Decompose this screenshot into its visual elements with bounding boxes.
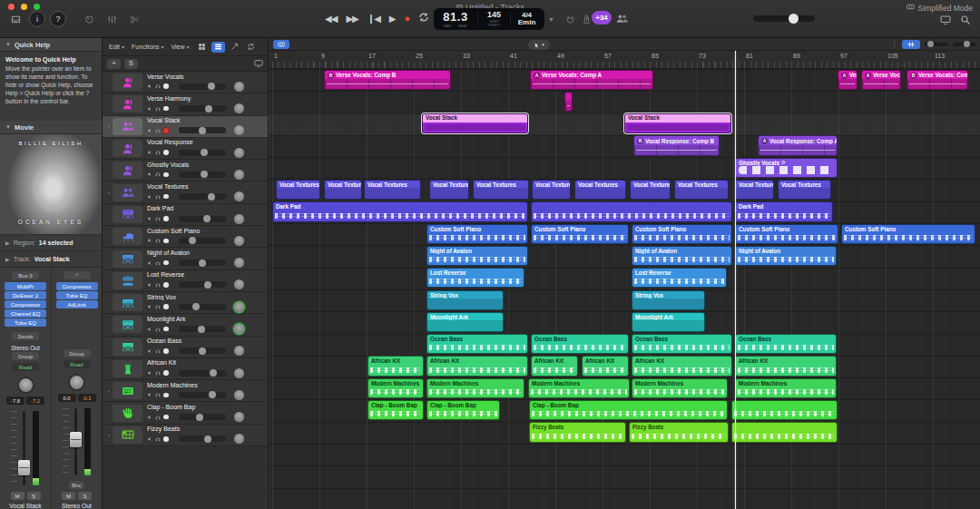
volume-knob[interactable] <box>189 237 196 244</box>
record-enable-dot[interactable] <box>163 304 169 309</box>
rewind-button[interactable]: ◀◀ <box>325 14 337 24</box>
region-verse-harmony[interactable] <box>564 92 573 112</box>
solo-headphones-icon[interactable] <box>155 150 161 155</box>
automation-mode-button[interactable]: Read <box>64 360 91 368</box>
pan-knob[interactable] <box>234 258 244 268</box>
plugin-slot-compressor[interactable]: Compressor <box>56 282 98 290</box>
mute-button[interactable]: M <box>11 492 24 500</box>
mute-icon[interactable] <box>147 282 152 288</box>
region-clap-boom-bap[interactable] <box>731 400 838 420</box>
region-ocean-bass[interactable]: Ocean Bass <box>632 334 732 354</box>
flex-icon[interactable] <box>244 42 258 53</box>
mute-icon[interactable] <box>147 216 152 221</box>
mute-icon[interactable] <box>147 128 152 133</box>
solo-headphones-icon[interactable] <box>155 392 161 397</box>
region-moonlight-ark[interactable]: Moonlight Ark <box>632 312 705 332</box>
pan-knob[interactable] <box>234 279 244 289</box>
region-vocal-textures[interactable]: Vocal Textures <box>324 180 362 200</box>
region-night-of-avalon[interactable]: Night of Avalon <box>426 246 528 266</box>
track-volume-slider[interactable] <box>179 105 226 112</box>
playhead[interactable] <box>735 51 736 509</box>
library-icon[interactable] <box>6 12 24 26</box>
region-vocal-textures[interactable]: Vocal Textures <box>574 180 626 200</box>
smart-controls-icon[interactable] <box>80 12 98 26</box>
solo-headphones-icon[interactable] <box>155 415 161 420</box>
volume-knob[interactable] <box>199 127 206 134</box>
mixer-icon[interactable] <box>103 12 121 26</box>
track-volume-slider[interactable] <box>179 281 226 288</box>
pan-knob[interactable] <box>234 214 244 224</box>
mute-icon[interactable] <box>147 238 152 243</box>
region-modern-machines[interactable]: Modern Machines <box>632 378 728 398</box>
region-verse-vocals[interactable]: AVerse <box>838 70 858 90</box>
mute-icon[interactable] <box>147 260 152 266</box>
record-enable-dot[interactable] <box>163 260 169 266</box>
region-string-vox[interactable]: String Vox <box>632 290 705 310</box>
pan-knob[interactable] <box>68 374 85 391</box>
go-to-beginning-button[interactable]: ❙◀ <box>368 14 380 24</box>
region-custom-soft-piano[interactable]: Custom Soft Piano <box>632 224 732 244</box>
region-custom-soft-piano[interactable]: Custom Soft Piano <box>426 224 528 244</box>
pan-knob[interactable] <box>234 236 244 246</box>
region-night-of-avalon[interactable]: Night of Avalon <box>632 246 732 266</box>
list-view-icon[interactable] <box>211 42 225 53</box>
mute-icon[interactable] <box>147 106 152 112</box>
solo-headphones-icon[interactable] <box>155 238 161 243</box>
track-volume-slider[interactable] <box>179 392 226 398</box>
record-enable-dot[interactable] <box>163 415 169 420</box>
region-custom-soft-piano[interactable]: Custom Soft Piano <box>735 224 838 244</box>
region-modern-machines[interactable]: Modern Machines <box>735 378 837 398</box>
pan-knob[interactable] <box>234 390 244 400</box>
pan-knob[interactable] <box>17 377 34 394</box>
solo-headphones-icon[interactable] <box>155 260 161 266</box>
record-enable-dot[interactable] <box>163 172 169 178</box>
channel-fader[interactable] <box>62 405 93 479</box>
volume-knob[interactable] <box>210 369 217 377</box>
track-volume-slider[interactable] <box>179 238 226 244</box>
region-african-kit[interactable]: African Kit <box>632 356 732 376</box>
region-african-kit[interactable]: African Kit <box>582 356 629 376</box>
mute-icon[interactable] <box>147 436 152 442</box>
pan-knob[interactable] <box>234 346 244 356</box>
record-enable-dot[interactable] <box>163 348 169 354</box>
region-custom-soft-piano[interactable]: Custom Soft Piano <box>841 224 975 244</box>
region-african-kit[interactable]: African Kit <box>426 356 528 376</box>
strip-setting-button[interactable]: Bus 9 <box>12 271 39 279</box>
region-dark-pad[interactable]: Dark Pad <box>272 201 528 221</box>
track-volume-slider[interactable] <box>179 193 226 200</box>
region-ocean-bass[interactable]: Ocean Bass <box>531 334 629 354</box>
region-ocean-bass[interactable]: Ocean Bass <box>426 334 528 354</box>
pan-knob[interactable] <box>234 302 244 312</box>
record-enable-dot[interactable] <box>163 239 169 244</box>
record-enable-dot[interactable] <box>163 128 169 133</box>
record-enable-dot[interactable] <box>163 150 169 155</box>
pan-knob[interactable] <box>234 82 244 92</box>
track-inspector-row[interactable]: ▶ Track:Vocal Stack <box>0 250 102 267</box>
track-volume-slider[interactable] <box>179 259 226 266</box>
region-ocean-bass[interactable]: Ocean Bass <box>735 334 837 354</box>
track-row-vocal-textures[interactable]: ›Vocal Textures <box>103 181 268 203</box>
pan-knob[interactable] <box>234 434 244 444</box>
bar-ruler[interactable]: 191725334149576573818997105113121 <box>269 51 980 69</box>
pan-knob[interactable] <box>234 170 244 180</box>
region-fizzy-beats[interactable]: Fizzy Beats <box>529 422 626 442</box>
solo-headphones-icon[interactable] <box>155 171 161 177</box>
volume-knob[interactable] <box>199 347 206 355</box>
menu-edit[interactable]: Edit▾ <box>106 42 127 52</box>
track-volume-slider[interactable] <box>179 150 226 156</box>
region-vocal-stack[interactable]: Vocal Stack <box>624 113 731 133</box>
disclosure-chevron-icon[interactable]: › <box>105 432 113 437</box>
region-clap-boom-bap[interactable]: Clap - Boom Bap <box>426 400 500 420</box>
automation-mode-button[interactable]: Read <box>12 363 39 371</box>
vertical-auto-zoom-icon[interactable]: ⋮ <box>891 41 897 48</box>
region-fizzy-beats[interactable]: Fizzy Beats <box>629 422 729 442</box>
volume-knob[interactable] <box>208 83 215 90</box>
mute-icon[interactable] <box>147 348 152 354</box>
group-button[interactable]: Group <box>64 349 91 357</box>
quick-help-header[interactable]: ▼Quick Help <box>0 38 102 52</box>
record-enable-dot[interactable] <box>163 393 169 398</box>
channel-fader[interactable] <box>10 407 41 489</box>
record-enable-dot[interactable] <box>163 216 169 221</box>
region-vocal-textures[interactable]: Vocal Textures <box>532 180 571 200</box>
lcd-chevron-icon[interactable]: ▼ <box>548 16 554 23</box>
